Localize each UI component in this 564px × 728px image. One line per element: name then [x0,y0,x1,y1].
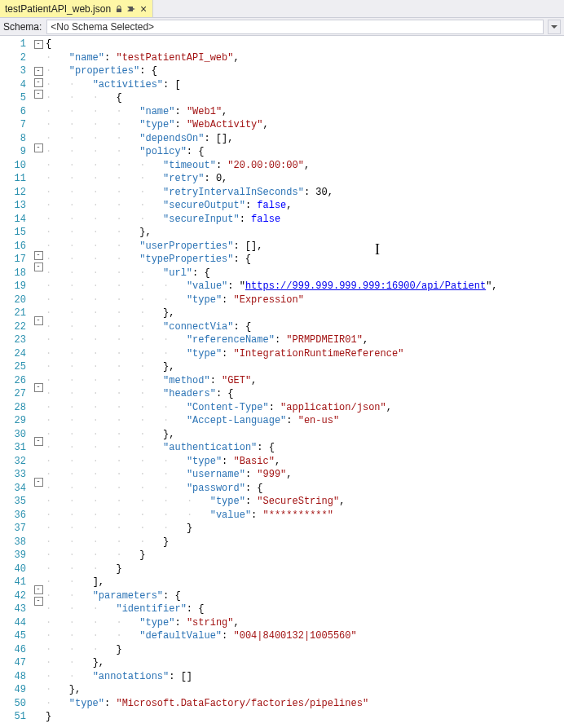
tab-bar: testPatientAPI_web.json × [0,0,564,18]
code-line[interactable]: · · · · · · · "type": "SecureString", [46,495,564,509]
code-line[interactable]: · · · { [46,91,564,105]
file-tab[interactable]: testPatientAPI_web.json × [0,0,153,17]
fold-toggle[interactable]: - [34,143,43,152]
line-number: 36 [0,509,31,523]
fold-toggle[interactable]: - [34,478,43,487]
code-line[interactable]: · · · · · · "password": { [46,482,564,496]
line-number: 47 [0,656,31,670]
code-line[interactable]: · · · · · "connectVia": { [46,320,564,334]
line-number: 13 [0,199,31,213]
code-line[interactable]: · · · · "name": "Web1", [46,105,564,119]
code-line[interactable]: · · · · · "authentication": { [46,441,564,455]
code-line[interactable]: · · · · · } [46,536,564,549]
code-line[interactable]: · "properties": { [46,64,564,78]
fold-toggle[interactable]: - [34,40,43,49]
code-line[interactable]: · · · · "type": "string", [46,616,564,630]
code-line[interactable]: · · · · · "timeout": "20.00:00:00", [46,159,564,173]
line-number: 40 [0,563,31,576]
code-line[interactable]: · · "parameters": { [46,589,564,603]
url-link[interactable]: https://999.999.999.999:16900/api/Patien… [245,280,486,292]
pin-icon[interactable] [127,5,135,13]
code-line[interactable]: · · · } [46,643,564,657]
code-line[interactable]: · · · · · · "referenceName": "PRMPDMEIR0… [46,333,564,347]
fold-toggle[interactable]: - [34,67,43,76]
code-line[interactable]: · · · · "dependsOn": [], [46,132,564,146]
fold-toggle[interactable]: - [34,78,43,87]
code-line[interactable]: · · · · "defaultValue": "004|8400132|100… [46,629,564,643]
code-line[interactable]: · · ], [46,576,564,589]
fold-toggle[interactable]: - [34,597,43,606]
code-line[interactable]: · · · · · "url": { [46,267,564,280]
line-number: 51 [0,710,31,724]
code-line[interactable]: · · · · · }, [46,428,564,442]
code-line[interactable]: · · · · · · · "value": "**********" [46,509,564,523]
fold-toggle[interactable]: - [34,251,43,260]
code-line[interactable]: · · · · · · "Content-Type": "application… [46,401,564,415]
line-gutter: 1234567891011121314151617181920212223242… [0,36,31,728]
code-line[interactable]: { [46,38,564,51]
code-line[interactable]: · · · · · · "value": "https://999.999.99… [46,280,564,293]
line-number: 31 [0,441,31,455]
code-line[interactable]: · · · · · "retryIntervalInSeconds": 30, [46,186,564,200]
line-number: 43 [0,602,31,616]
code-line[interactable]: · · · · } [46,549,564,563]
line-number: 12 [0,186,31,200]
code-line[interactable]: · · · } [46,563,564,576]
code-line[interactable]: · · · · · }, [46,307,564,320]
fold-toggle[interactable]: - [34,383,43,392]
code-line[interactable]: · · · · · "retry": 0, [46,172,564,186]
close-icon[interactable]: × [139,5,148,13]
lock-icon [115,5,123,13]
code-line[interactable]: · · · · · "secureInput": false [46,213,564,227]
code-line[interactable]: · · · · · "secureOutput": false, [46,199,564,213]
code-line[interactable]: · · · · · · "Accept-Language": "en-us" [46,414,564,428]
line-number: 41 [0,576,31,589]
fold-toggle[interactable]: - [34,316,43,325]
code-line[interactable]: · · · · "type": "WebActivity", [46,118,564,132]
line-number: 35 [0,495,31,509]
line-number: 6 [0,105,31,119]
schema-select[interactable]: <No Schema Selected> [46,20,544,34]
schema-label: Schema: [3,21,42,33]
code-line[interactable]: · · · · "typeProperties": { [46,253,564,267]
code-line[interactable]: · · · · "userProperties": [], [46,240,564,254]
fold-toggle[interactable]: - [34,263,43,271]
code-line[interactable]: · · · · · }, [46,360,564,374]
line-number: 26 [0,374,31,388]
line-number: 37 [0,522,31,536]
code-line[interactable]: · · · · · · } [46,522,564,536]
line-number: 15 [0,226,31,240]
code-editor[interactable]: 1234567891011121314151617181920212223242… [0,36,564,728]
code-line[interactable]: · · · · · "method": "GET", [46,374,564,388]
code-line[interactable]: · · · · · · "type": "IntegrationRuntimeR… [46,347,564,361]
line-number: 18 [0,267,31,280]
code-line[interactable]: · · "annotations": [] [46,670,564,684]
code-line[interactable]: · · · · · "headers": { [46,387,564,401]
schema-value: <No Schema Selected> [51,21,154,33]
fold-toggle[interactable]: - [34,585,43,594]
code-line[interactable]: · · }, [46,656,564,670]
code-line[interactable]: · · · · · · "type": "Expression" [46,293,564,307]
line-number: 45 [0,629,31,643]
code-line[interactable]: · "type": "Microsoft.DataFactory/factori… [46,697,564,711]
fold-toggle[interactable]: - [34,437,43,446]
code-area[interactable]: {· "name": "testPatientAPI_web",· "prope… [46,36,564,728]
code-line[interactable]: · "name": "testPatientAPI_web", [46,51,564,65]
code-line[interactable]: · · · · "policy": { [46,145,564,159]
code-line[interactable]: · · · · }, [46,226,564,240]
code-line[interactable]: · · "activities": [ [46,78,564,92]
svg-rect-0 [117,8,121,12]
line-number: 33 [0,468,31,482]
fold-toggle[interactable]: - [34,90,43,99]
line-number: 49 [0,683,31,697]
code-line[interactable]: · · · "identifier": { [46,602,564,616]
line-number: 39 [0,549,31,563]
line-number: 22 [0,320,31,334]
line-number: 25 [0,360,31,374]
code-line[interactable]: · · · · · · "type": "Basic", [46,455,564,469]
code-line[interactable]: · · · · · · "username": "999", [46,468,564,482]
code-line[interactable]: · }, [46,683,564,697]
code-line[interactable]: } [46,710,564,724]
schema-dropdown-button[interactable] [548,20,561,34]
line-number: 30 [0,428,31,442]
